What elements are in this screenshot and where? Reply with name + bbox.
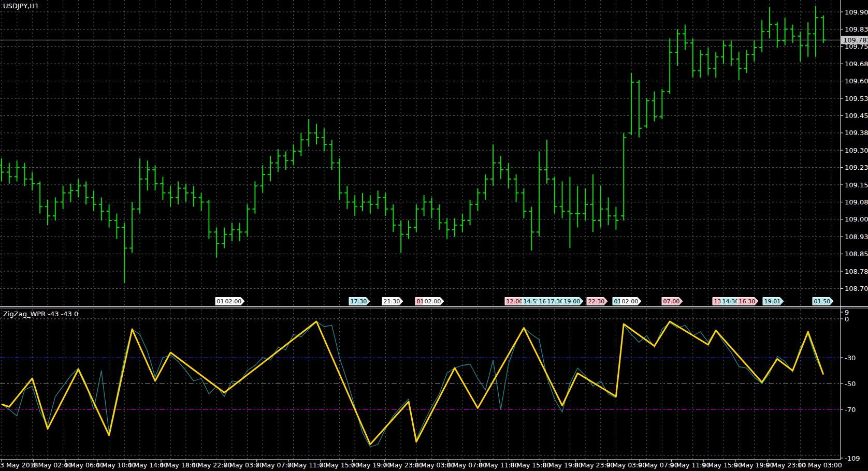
svg-text:17:30: 17:30 [351,298,367,305]
svg-text:14:55: 14:55 [524,298,540,305]
event-flag[interactable]: 01:50 [813,298,833,305]
event-flag[interactable]: 19:01 [763,298,784,305]
indicator-axis-label: 0 [845,315,849,323]
event-flag[interactable]: 02:00 [423,298,444,305]
svg-text:21:30: 21:30 [384,298,400,305]
event-flag[interactable]: 02:00 [620,298,641,305]
price-axis-label: 109.905 [845,8,868,16]
price-axis-label: 108.780 [845,268,868,275]
svg-text:17:30: 17:30 [547,298,564,305]
price-axis-label: 109.305 [845,146,868,154]
trading-terminal-window: 01:02:0017:3021:3001:02:0012:0014:5516:1… [0,0,868,471]
svg-text:19:00: 19:00 [564,298,581,305]
event-flag[interactable]: 16:30 [737,298,758,305]
indicator-axis-label: -70 [845,406,856,414]
indicator-value-label: ZigZag_WPR -43 -43 0 [3,310,78,318]
event-flag[interactable]: 07:00 [662,298,683,305]
event-flag[interactable]: 22:30 [587,298,607,305]
chart-background [0,0,868,471]
price-axis-label: 109.230 [845,164,868,171]
svg-text:01:50: 01:50 [814,298,831,305]
svg-text:22:30: 22:30 [588,298,605,305]
price-axis-label: 109.080 [845,198,868,206]
price-axis-label: 109.830 [845,25,868,33]
svg-text:19:01: 19:01 [764,298,781,305]
indicator-axis-label: -109 [845,454,860,462]
current-price-label: 109.783 [841,36,868,44]
event-flag[interactable]: 02:00 [224,298,244,305]
svg-text:12:00: 12:00 [507,298,523,305]
price-axis-label: 108.855 [845,250,868,258]
svg-text:14:30: 14:30 [722,298,739,305]
time-axis-label: 10 May 03:00 [798,461,842,469]
svg-text:02:00: 02:00 [622,298,639,305]
chart-canvas[interactable]: 01:02:0017:3021:3001:02:0012:0014:5516:1… [0,0,868,471]
event-flag[interactable]: 17:30 [349,298,370,305]
price-axis-label: 109.605 [845,77,868,85]
svg-text:02:00: 02:00 [425,298,441,305]
svg-text:16:30: 16:30 [739,298,756,305]
symbol-timeframe-label: USDJPY,H1 [3,2,39,10]
indicator-axis-label: -30 [845,354,856,362]
time-axis[interactable]: 3 May 20184 May 02:004 May 06:004 May 10… [0,460,842,469]
price-axis-label: 109.680 [845,60,868,68]
event-flag[interactable]: 21:30 [382,298,403,305]
indicator-axis-label: -50 [845,380,856,388]
price-axis-label: 109.530 [845,95,868,102]
svg-text:109.783: 109.783 [843,36,868,44]
svg-text:02:00: 02:00 [225,298,242,305]
price-axis-label: 108.930 [845,233,868,241]
price-axis-label: 109.455 [845,112,868,120]
event-flag[interactable]: 19:00 [562,298,583,305]
price-axis-label: 109.005 [845,215,868,223]
price-axis-label: 109.155 [845,181,868,189]
price-axis-label: 108.705 [845,285,868,292]
svg-text:07:00: 07:00 [663,298,680,305]
price-axis-label: 109.380 [845,129,868,137]
